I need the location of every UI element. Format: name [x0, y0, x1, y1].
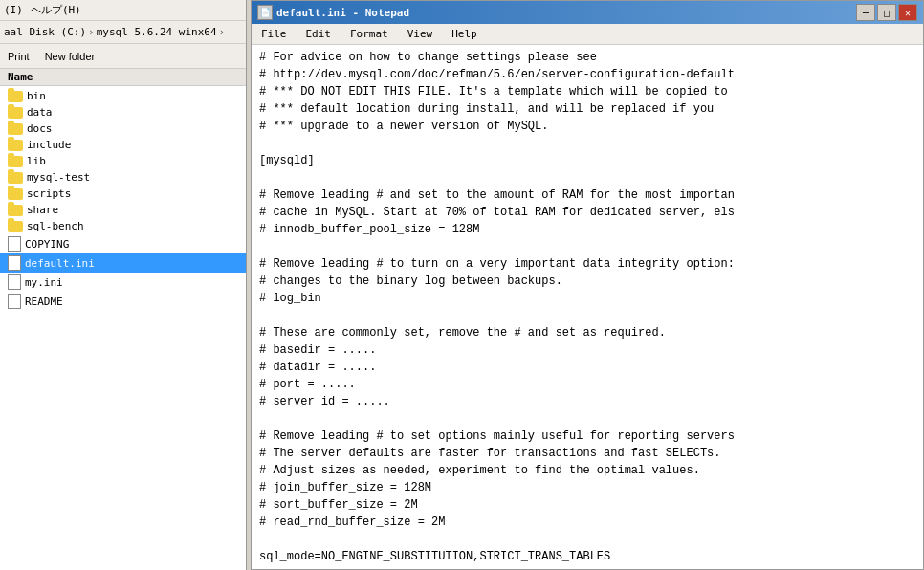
- left-panel: (I) ヘルプ(H) aal Disk (C:) › mysql-5.6.24-…: [0, 0, 247, 570]
- menu-format[interactable]: Format: [344, 27, 394, 41]
- list-item[interactable]: share: [0, 202, 246, 218]
- file-name: docs: [27, 122, 53, 135]
- list-item[interactable]: sql-bench: [0, 218, 246, 234]
- file-name: sql-bench: [27, 220, 84, 232]
- menu-item-help[interactable]: ヘルプ(H): [31, 3, 81, 17]
- file-name: my.ini: [25, 276, 63, 289]
- breadcrumb-drive[interactable]: aal Disk (C:): [4, 26, 86, 38]
- list-item[interactable]: scripts: [0, 186, 246, 202]
- folder-icon: [8, 107, 23, 119]
- notepad-window: 📄 default.ini - Notepad ─ □ ✕ File Edit …: [251, 0, 924, 570]
- file-icon: [8, 236, 21, 252]
- file-name: share: [27, 204, 58, 216]
- file-name: README: [25, 296, 63, 308]
- file-list-header: Name: [0, 69, 246, 86]
- file-name: bin: [27, 90, 46, 102]
- menu-file[interactable]: File: [255, 27, 293, 41]
- file-name: default.ini: [25, 257, 95, 270]
- notepad-menubar: File Edit Format View Help: [252, 24, 923, 45]
- list-item[interactable]: bin: [0, 88, 246, 104]
- folder-icon: [8, 91, 23, 102]
- folder-icon: [8, 221, 23, 232]
- file-list: bindatadocsincludelibmysql-testscriptssh…: [0, 86, 246, 570]
- print-button[interactable]: Print: [4, 50, 33, 63]
- folder-icon: [8, 205, 23, 216]
- file-name: lib: [27, 155, 46, 167]
- list-item[interactable]: default.ini: [0, 253, 246, 273]
- menu-help[interactable]: Help: [446, 27, 483, 41]
- folder-icon: [8, 140, 23, 151]
- folder-icon: [8, 123, 23, 135]
- file-name: COPYING: [25, 238, 69, 251]
- notepad-titlebar: 📄 default.ini - Notepad ─ □ ✕: [252, 1, 923, 24]
- close-button[interactable]: ✕: [898, 4, 917, 21]
- file-icon: [8, 255, 21, 271]
- titlebar-title: 📄 default.ini - Notepad: [257, 5, 409, 20]
- folder-icon: [8, 172, 23, 184]
- list-item[interactable]: data: [0, 104, 246, 121]
- file-name: scripts: [27, 187, 71, 200]
- list-item[interactable]: my.ini: [0, 273, 246, 292]
- left-toolbar: Print New folder: [0, 44, 246, 69]
- breadcrumb-end-arrow: ›: [219, 26, 226, 38]
- list-item[interactable]: include: [0, 137, 246, 153]
- maximize-button[interactable]: □: [877, 4, 896, 21]
- menu-item-i[interactable]: (I): [4, 4, 23, 16]
- breadcrumb-separator: ›: [88, 26, 95, 38]
- list-item[interactable]: lib: [0, 153, 246, 169]
- file-name: data: [27, 106, 53, 119]
- menu-edit[interactable]: Edit: [300, 27, 338, 41]
- list-item[interactable]: mysql-test: [0, 169, 246, 186]
- list-item[interactable]: COPYING: [0, 234, 246, 253]
- new-folder-button[interactable]: New folder: [41, 50, 99, 63]
- minimize-button[interactable]: ─: [856, 4, 875, 21]
- list-item[interactable]: docs: [0, 121, 246, 137]
- notepad-content[interactable]: # For advice on how to change settings p…: [252, 45, 923, 569]
- file-name: mysql-test: [27, 171, 90, 184]
- breadcrumb: aal Disk (C:) › mysql-5.6.24-winx64 ›: [0, 21, 246, 44]
- titlebar-controls: ─ □ ✕: [856, 4, 917, 21]
- menu-view[interactable]: View: [402, 27, 439, 41]
- file-icon: [8, 274, 21, 290]
- breadcrumb-folder[interactable]: mysql-5.6.24-winx64: [97, 26, 217, 38]
- list-item[interactable]: README: [0, 292, 246, 311]
- file-name: include: [27, 139, 71, 151]
- file-icon: [8, 294, 21, 309]
- folder-icon: [8, 156, 23, 167]
- notepad-icon: 📄: [257, 5, 273, 20]
- left-menubar: (I) ヘルプ(H): [0, 0, 246, 21]
- folder-icon: [8, 188, 23, 200]
